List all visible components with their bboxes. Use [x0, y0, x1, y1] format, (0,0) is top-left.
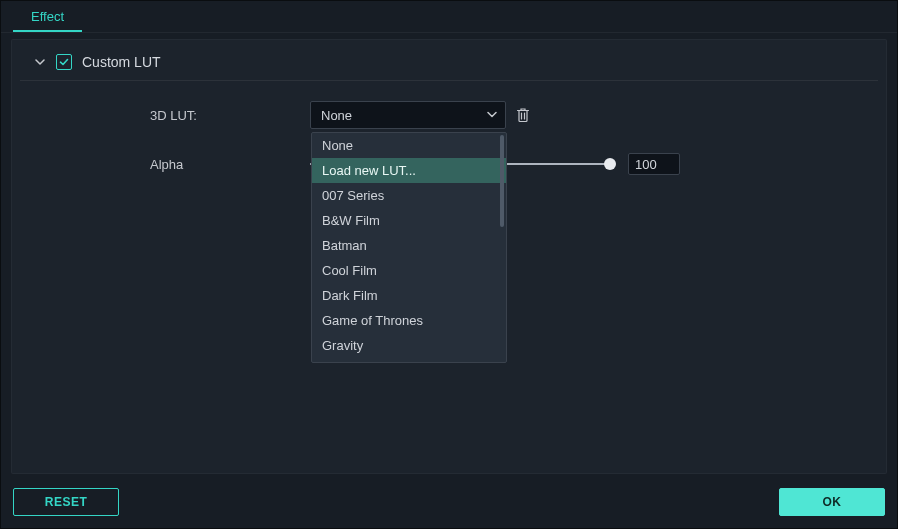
effects-dialog: Effect Custom LUT 3D LUT: None [0, 0, 898, 529]
dialog-footer: RESET OK [1, 480, 897, 528]
dropdown-scrollbar[interactable] [500, 135, 504, 227]
lut-dropdown[interactable]: NoneLoad new LUT...007 SeriesB&W FilmBat… [311, 132, 507, 363]
lut-option[interactable]: Dark Film [312, 283, 506, 308]
lut-option[interactable]: Game of Thrones [312, 308, 506, 333]
collapse-toggle[interactable] [34, 56, 46, 68]
lut-option[interactable]: 007 Series [312, 183, 506, 208]
section-title: Custom LUT [82, 54, 161, 70]
effect-panel: Custom LUT 3D LUT: None NoneLoad new LUT… [11, 39, 887, 474]
delete-lut-button[interactable] [516, 107, 530, 123]
enable-checkbox[interactable] [56, 54, 72, 70]
lut-option[interactable]: Load new LUT... [312, 158, 506, 183]
lut-option[interactable]: B&W Film [312, 208, 506, 233]
tab-effect[interactable]: Effect [13, 1, 82, 32]
reset-button[interactable]: RESET [13, 488, 119, 516]
section-header: Custom LUT [20, 40, 878, 81]
ok-button[interactable]: OK [779, 488, 885, 516]
lut-select-value: None [321, 108, 352, 123]
control-3dlut: None NoneLoad new LUT...007 SeriesB&W Fi… [310, 101, 530, 129]
label-3dlut: 3D LUT: [22, 108, 310, 123]
chevron-down-icon [487, 108, 497, 123]
tab-bar: Effect [1, 1, 897, 33]
alpha-value-input[interactable]: 100 [628, 153, 680, 175]
section-body: 3D LUT: None NoneLoad new LUT...007 Seri… [12, 81, 886, 473]
lut-option[interactable]: Gravity [312, 333, 506, 358]
label-alpha: Alpha [22, 157, 310, 172]
alpha-slider-handle[interactable] [604, 158, 616, 170]
lut-option[interactable]: Batman [312, 233, 506, 258]
lut-select[interactable]: None NoneLoad new LUT...007 SeriesB&W Fi… [310, 101, 506, 129]
row-3dlut: 3D LUT: None NoneLoad new LUT...007 Seri… [22, 101, 876, 129]
lut-option[interactable]: None [312, 133, 506, 158]
lut-option[interactable]: Cool Film [312, 258, 506, 283]
